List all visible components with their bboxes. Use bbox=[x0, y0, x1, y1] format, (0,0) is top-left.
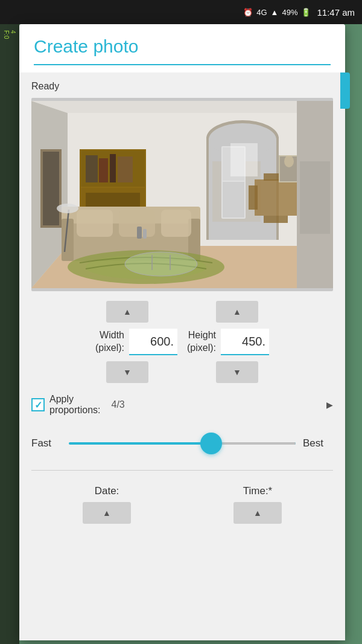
svg-rect-52 bbox=[300, 161, 330, 234]
svg-point-47 bbox=[57, 204, 78, 213]
time-arrow-up-icon: ▲ bbox=[253, 508, 262, 518]
svg-rect-37 bbox=[223, 182, 244, 217]
up-arrows-row: ▲ ▲ bbox=[31, 301, 333, 323]
header-divider bbox=[34, 64, 331, 65]
controls-section: ▲ ▲ Width(pixel): Height(pixel): bbox=[31, 301, 333, 529]
width-label: Width(pixel): bbox=[95, 329, 124, 355]
proportions-dropdown-icon[interactable]: ▶ bbox=[326, 400, 333, 410]
svg-rect-49 bbox=[143, 229, 147, 239]
height-label: Height(pixel): bbox=[187, 329, 216, 355]
time-label: Time:* bbox=[243, 485, 273, 497]
divider bbox=[31, 470, 333, 471]
proportions-value: 4/3 bbox=[112, 399, 125, 410]
svg-rect-13 bbox=[86, 155, 98, 182]
svg-rect-16 bbox=[118, 156, 133, 182]
height-input[interactable] bbox=[221, 329, 269, 355]
svg-rect-26 bbox=[77, 210, 113, 237]
apply-proportions-checkbox[interactable]: ✓ bbox=[31, 398, 45, 411]
svg-marker-4 bbox=[31, 101, 333, 113]
battery-icon: 🔋 bbox=[301, 8, 311, 17]
width-down-group: ▼ bbox=[106, 361, 148, 383]
svg-point-31 bbox=[125, 252, 197, 276]
quality-slider-container bbox=[69, 431, 296, 456]
height-down-group: ▼ bbox=[216, 361, 258, 383]
svg-rect-39 bbox=[249, 185, 258, 210]
svg-rect-48 bbox=[137, 227, 142, 239]
dialog-handle bbox=[340, 72, 350, 109]
svg-rect-50 bbox=[230, 143, 258, 176]
svg-rect-28 bbox=[161, 210, 191, 237]
svg-rect-17 bbox=[86, 193, 140, 208]
proportions-row: ✓ Applyproportions: 4/3 ▶ bbox=[31, 389, 333, 420]
date-time-row: Date: ▲ Time:* ▲ bbox=[31, 480, 333, 529]
dialog-header: Create photo bbox=[19, 24, 345, 72]
svg-rect-42 bbox=[264, 216, 288, 223]
height-up-group: ▲ bbox=[216, 301, 258, 323]
height-up-button[interactable]: ▲ bbox=[216, 301, 258, 323]
checkmark-icon: ✓ bbox=[34, 399, 42, 411]
quality-row: Fast Best bbox=[31, 427, 333, 460]
arrow-up-icon-2: ▲ bbox=[233, 307, 241, 317]
quality-slider-track bbox=[69, 442, 296, 445]
time-group: Time:* ▲ bbox=[182, 485, 333, 524]
width-down-button[interactable]: ▼ bbox=[106, 361, 148, 383]
date-label: Date: bbox=[95, 485, 119, 497]
width-up-button[interactable]: ▲ bbox=[106, 301, 148, 323]
alarm-icon: ⏰ bbox=[243, 8, 253, 17]
best-label: Best bbox=[303, 437, 333, 449]
left-panel-text: 4F:0 bbox=[3, 30, 16, 39]
svg-point-45 bbox=[284, 155, 294, 167]
down-arrows-row: ▼ ▼ bbox=[31, 361, 333, 383]
svg-rect-21 bbox=[43, 152, 59, 225]
status-time: 11:47 am bbox=[317, 7, 355, 18]
room-preview bbox=[31, 98, 333, 291]
width-up-group: ▲ bbox=[106, 301, 148, 323]
battery-label: 49% bbox=[282, 8, 297, 17]
room-scene-svg bbox=[31, 98, 333, 291]
left-panel: 4F:0 bbox=[0, 24, 19, 644]
time-up-button[interactable]: ▲ bbox=[233, 502, 282, 524]
date-arrow-up-icon: ▲ bbox=[103, 508, 111, 518]
arrow-up-icon: ▲ bbox=[123, 307, 132, 317]
proportions-checkbox-container[interactable]: ✓ Applyproportions: bbox=[31, 394, 101, 416]
svg-rect-15 bbox=[110, 154, 116, 182]
date-up-button[interactable]: ▲ bbox=[83, 502, 131, 524]
arrow-down-icon: ▼ bbox=[123, 367, 132, 377]
svg-rect-14 bbox=[99, 158, 108, 182]
fast-label: Fast bbox=[31, 437, 62, 449]
width-input[interactable] bbox=[129, 329, 177, 355]
dialog-title: Create photo bbox=[34, 36, 331, 57]
network-label: 4G bbox=[256, 8, 267, 17]
dialog-body: Ready bbox=[19, 72, 345, 640]
quality-slider-thumb[interactable] bbox=[200, 433, 222, 454]
signal-icon: ▲ bbox=[271, 8, 279, 17]
arrow-down-icon-2: ▼ bbox=[233, 367, 241, 377]
create-photo-dialog: Create photo Ready bbox=[19, 24, 345, 640]
proportions-label: Applyproportions: bbox=[49, 394, 101, 416]
status-label: Ready bbox=[31, 81, 333, 92]
date-group: Date: ▲ bbox=[31, 485, 182, 524]
height-down-button[interactable]: ▼ bbox=[216, 361, 258, 383]
dimension-inputs-row: Width(pixel): Height(pixel): bbox=[31, 329, 333, 355]
status-bar: ⏰ 4G ▲ 49% 🔋 11:47 am bbox=[0, 0, 362, 24]
